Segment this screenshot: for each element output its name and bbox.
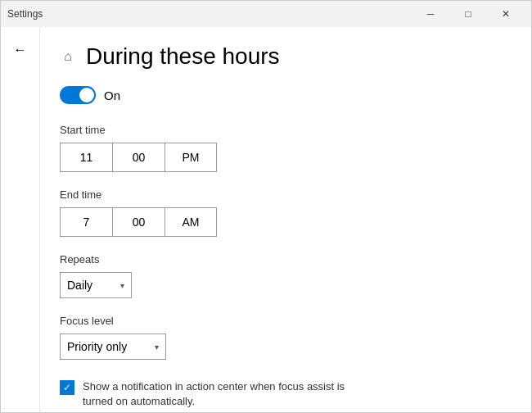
end-time-inputs: 7 00 AM	[60, 207, 512, 237]
title-bar-left: Settings	[7, 8, 43, 20]
start-time-section: Start time 11 00 PM	[60, 124, 512, 172]
content-area: ← ⌂ During these hours On Start time	[1, 27, 531, 412]
repeats-dropdown[interactable]: Daily ▾	[60, 272, 132, 298]
start-time-inputs: 11 00 PM	[60, 143, 512, 172]
toggle-row: On	[60, 86, 512, 104]
back-button[interactable]: ←	[4, 34, 37, 66]
title-bar: Settings ─ □ ✕	[1, 1, 531, 27]
focus-level-chevron-icon: ▾	[155, 343, 159, 352]
repeats-value: Daily	[67, 279, 92, 292]
nav-strip: ←	[1, 27, 40, 412]
start-time-label: Start time	[60, 124, 512, 136]
settings-window: Settings ─ □ ✕ ← ⌂ During these hours	[0, 0, 532, 413]
page-header: ⌂ During these hours	[60, 43, 512, 70]
close-button[interactable]: ✕	[487, 1, 525, 27]
toggle-label: On	[104, 88, 120, 102]
start-hour-input[interactable]: 11	[60, 143, 112, 172]
repeats-label: Repeats	[60, 253, 512, 266]
repeats-chevron-icon: ▾	[120, 281, 124, 290]
notification-text: Show a notification in action center whe…	[83, 379, 377, 409]
home-icon: ⌂	[60, 48, 76, 65]
focus-level-section: Focus level Priority only ▾	[60, 315, 512, 360]
title-bar-controls: ─ □ ✕	[412, 1, 525, 27]
checkbox-check-icon: ✓	[63, 383, 71, 393]
repeats-section: Repeats Daily ▾	[60, 253, 512, 298]
focus-level-label: Focus level	[60, 315, 512, 327]
end-hour-input[interactable]: 7	[60, 207, 112, 237]
back-arrow-icon: ←	[14, 43, 27, 57]
focus-level-dropdown[interactable]: Priority only ▾	[60, 334, 166, 360]
page-title: During these hours	[86, 43, 280, 70]
notification-checkbox[interactable]: ✓	[60, 380, 74, 395]
maximize-button[interactable]: □	[449, 1, 487, 27]
start-period-input[interactable]: PM	[165, 143, 217, 172]
end-minute-input[interactable]: 00	[112, 207, 165, 237]
focus-level-value: Priority only	[67, 340, 127, 353]
end-time-label: End time	[60, 188, 512, 201]
end-time-section: End time 7 00 AM	[60, 188, 512, 237]
notification-row: ✓ Show a notification in action center w…	[60, 379, 512, 409]
minimize-button[interactable]: ─	[412, 1, 449, 27]
main-content: ⌂ During these hours On Start time 11 00…	[40, 27, 531, 412]
toggle-thumb	[79, 88, 94, 102]
focus-assist-toggle[interactable]	[60, 86, 96, 104]
title-bar-title: Settings	[7, 8, 43, 20]
start-minute-input[interactable]: 00	[112, 143, 165, 172]
end-period-input[interactable]: AM	[165, 207, 217, 237]
